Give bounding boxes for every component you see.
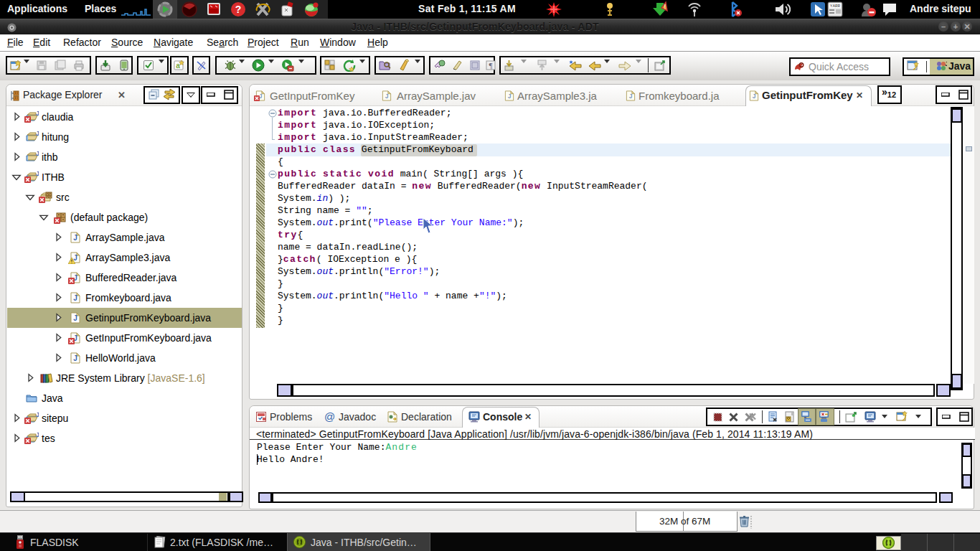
svg-text:YARR: YARR: [830, 4, 841, 9]
svg-text:¶: ¶: [489, 61, 493, 70]
svg-text:J: J: [945, 60, 947, 67]
svg-text:?: ?: [235, 4, 242, 15]
svg-text:!: !: [664, 3, 666, 10]
svg-text:a: a: [176, 62, 180, 70]
